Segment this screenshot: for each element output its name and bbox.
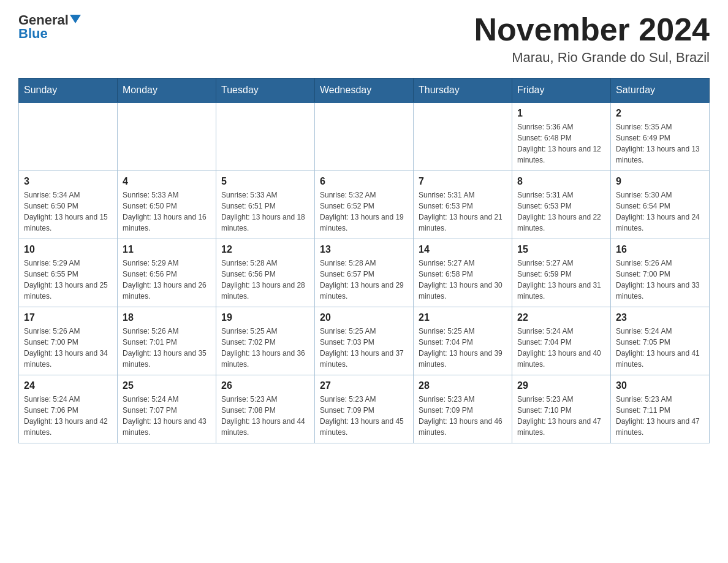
day-number: 18	[123, 312, 211, 323]
location-title: Marau, Rio Grande do Sul, Brazil	[474, 50, 710, 66]
logo-triangle-icon	[70, 15, 81, 23]
day-info: Sunrise: 5:23 AMSunset: 7:08 PMDaylight:…	[221, 394, 309, 438]
day-info: Sunrise: 5:31 AMSunset: 6:53 PMDaylight:…	[419, 190, 507, 234]
calendar-week-row: 24Sunrise: 5:24 AMSunset: 7:06 PMDayligh…	[19, 375, 710, 443]
calendar-cell: 5Sunrise: 5:33 AMSunset: 6:51 PMDaylight…	[216, 171, 315, 239]
calendar-cell: 19Sunrise: 5:25 AMSunset: 7:02 PMDayligh…	[216, 307, 315, 375]
day-number: 12	[221, 244, 309, 255]
month-title: November 2024	[474, 12, 710, 47]
day-info: Sunrise: 5:29 AMSunset: 6:55 PMDaylight:…	[24, 258, 112, 302]
calendar-cell	[19, 102, 118, 171]
header-monday: Monday	[118, 79, 216, 103]
logo: General Blue	[18, 12, 82, 42]
day-info: Sunrise: 5:34 AMSunset: 6:50 PMDaylight:…	[24, 190, 112, 234]
calendar-cell	[118, 102, 216, 171]
day-number: 26	[221, 380, 309, 391]
calendar-cell: 30Sunrise: 5:23 AMSunset: 7:11 PMDayligh…	[611, 375, 710, 443]
day-number: 2	[616, 108, 704, 119]
header-thursday: Thursday	[414, 79, 512, 103]
calendar-header-row: Sunday Monday Tuesday Wednesday Thursday…	[19, 79, 710, 103]
day-number: 9	[616, 176, 704, 187]
day-number: 8	[517, 176, 605, 187]
day-number: 5	[221, 176, 309, 187]
day-info: Sunrise: 5:25 AMSunset: 7:03 PMDaylight:…	[320, 326, 408, 370]
day-number: 23	[616, 312, 704, 323]
day-info: Sunrise: 5:28 AMSunset: 6:57 PMDaylight:…	[320, 258, 408, 302]
day-number: 10	[24, 244, 112, 255]
calendar-week-row: 10Sunrise: 5:29 AMSunset: 6:55 PMDayligh…	[19, 239, 710, 307]
day-info: Sunrise: 5:27 AMSunset: 6:58 PMDaylight:…	[419, 258, 507, 302]
calendar-cell: 7Sunrise: 5:31 AMSunset: 6:53 PMDaylight…	[414, 171, 512, 239]
calendar-cell: 2Sunrise: 5:35 AMSunset: 6:49 PMDaylight…	[611, 102, 710, 171]
day-number: 15	[517, 244, 605, 255]
day-number: 13	[320, 244, 408, 255]
day-info: Sunrise: 5:24 AMSunset: 7:04 PMDaylight:…	[517, 326, 605, 370]
day-number: 7	[419, 176, 507, 187]
header-friday: Friday	[512, 79, 611, 103]
day-number: 25	[123, 380, 211, 391]
calendar-cell: 11Sunrise: 5:29 AMSunset: 6:56 PMDayligh…	[118, 239, 216, 307]
calendar-cell	[315, 102, 414, 171]
calendar-cell: 10Sunrise: 5:29 AMSunset: 6:55 PMDayligh…	[19, 239, 118, 307]
day-number: 4	[123, 176, 211, 187]
day-number: 27	[320, 380, 408, 391]
day-info: Sunrise: 5:23 AMSunset: 7:09 PMDaylight:…	[419, 394, 507, 438]
calendar-cell: 27Sunrise: 5:23 AMSunset: 7:09 PMDayligh…	[315, 375, 414, 443]
calendar-cell: 23Sunrise: 5:24 AMSunset: 7:05 PMDayligh…	[611, 307, 710, 375]
day-number: 11	[123, 244, 211, 255]
day-info: Sunrise: 5:33 AMSunset: 6:50 PMDaylight:…	[123, 190, 211, 234]
day-number: 16	[616, 244, 704, 255]
calendar-cell	[216, 102, 315, 171]
calendar-cell: 25Sunrise: 5:24 AMSunset: 7:07 PMDayligh…	[118, 375, 216, 443]
calendar-week-row: 3Sunrise: 5:34 AMSunset: 6:50 PMDaylight…	[19, 171, 710, 239]
day-number: 28	[419, 380, 507, 391]
day-info: Sunrise: 5:29 AMSunset: 6:56 PMDaylight:…	[123, 258, 211, 302]
day-number: 30	[616, 380, 704, 391]
calendar-cell: 17Sunrise: 5:26 AMSunset: 7:00 PMDayligh…	[19, 307, 118, 375]
calendar-cell: 26Sunrise: 5:23 AMSunset: 7:08 PMDayligh…	[216, 375, 315, 443]
calendar-table: Sunday Monday Tuesday Wednesday Thursday…	[18, 78, 710, 443]
calendar-cell: 21Sunrise: 5:25 AMSunset: 7:04 PMDayligh…	[414, 307, 512, 375]
day-number: 19	[221, 312, 309, 323]
day-info: Sunrise: 5:25 AMSunset: 7:02 PMDaylight:…	[221, 326, 309, 370]
calendar-cell: 29Sunrise: 5:23 AMSunset: 7:10 PMDayligh…	[512, 375, 611, 443]
day-number: 3	[24, 176, 112, 187]
day-info: Sunrise: 5:32 AMSunset: 6:52 PMDaylight:…	[320, 190, 408, 234]
day-info: Sunrise: 5:36 AMSunset: 6:48 PMDaylight:…	[517, 121, 605, 166]
day-number: 6	[320, 176, 408, 187]
day-info: Sunrise: 5:24 AMSunset: 7:07 PMDaylight:…	[123, 394, 211, 438]
calendar-cell: 18Sunrise: 5:26 AMSunset: 7:01 PMDayligh…	[118, 307, 216, 375]
title-area: November 2024 Marau, Rio Grande do Sul, …	[474, 12, 710, 66]
day-info: Sunrise: 5:30 AMSunset: 6:54 PMDaylight:…	[616, 190, 704, 234]
day-info: Sunrise: 5:27 AMSunset: 6:59 PMDaylight:…	[517, 258, 605, 302]
header-wednesday: Wednesday	[315, 79, 414, 103]
calendar-cell: 12Sunrise: 5:28 AMSunset: 6:56 PMDayligh…	[216, 239, 315, 307]
calendar-cell: 15Sunrise: 5:27 AMSunset: 6:59 PMDayligh…	[512, 239, 611, 307]
day-number: 1	[517, 108, 605, 119]
calendar-cell: 13Sunrise: 5:28 AMSunset: 6:57 PMDayligh…	[315, 239, 414, 307]
calendar-cell: 24Sunrise: 5:24 AMSunset: 7:06 PMDayligh…	[19, 375, 118, 443]
header-saturday: Saturday	[611, 79, 710, 103]
day-info: Sunrise: 5:33 AMSunset: 6:51 PMDaylight:…	[221, 190, 309, 234]
calendar-week-row: 1Sunrise: 5:36 AMSunset: 6:48 PMDaylight…	[19, 102, 710, 171]
calendar-week-row: 17Sunrise: 5:26 AMSunset: 7:00 PMDayligh…	[19, 307, 710, 375]
day-info: Sunrise: 5:23 AMSunset: 7:09 PMDaylight:…	[320, 394, 408, 438]
calendar-cell: 16Sunrise: 5:26 AMSunset: 7:00 PMDayligh…	[611, 239, 710, 307]
calendar-cell: 22Sunrise: 5:24 AMSunset: 7:04 PMDayligh…	[512, 307, 611, 375]
day-number: 21	[419, 312, 507, 323]
day-number: 29	[517, 380, 605, 391]
calendar-cell: 14Sunrise: 5:27 AMSunset: 6:58 PMDayligh…	[414, 239, 512, 307]
calendar-cell	[414, 102, 512, 171]
day-number: 14	[419, 244, 507, 255]
day-number: 17	[24, 312, 112, 323]
day-info: Sunrise: 5:26 AMSunset: 7:01 PMDaylight:…	[123, 326, 211, 370]
header: General Blue November 2024 Marau, Rio Gr…	[18, 12, 710, 66]
day-info: Sunrise: 5:28 AMSunset: 6:56 PMDaylight:…	[221, 258, 309, 302]
calendar-cell: 20Sunrise: 5:25 AMSunset: 7:03 PMDayligh…	[315, 307, 414, 375]
day-info: Sunrise: 5:26 AMSunset: 7:00 PMDaylight:…	[616, 258, 704, 302]
calendar-cell: 8Sunrise: 5:31 AMSunset: 6:53 PMDaylight…	[512, 171, 611, 239]
day-info: Sunrise: 5:24 AMSunset: 7:06 PMDaylight:…	[24, 394, 112, 438]
day-info: Sunrise: 5:25 AMSunset: 7:04 PMDaylight:…	[419, 326, 507, 370]
calendar-cell: 28Sunrise: 5:23 AMSunset: 7:09 PMDayligh…	[414, 375, 512, 443]
calendar-cell: 9Sunrise: 5:30 AMSunset: 6:54 PMDaylight…	[611, 171, 710, 239]
